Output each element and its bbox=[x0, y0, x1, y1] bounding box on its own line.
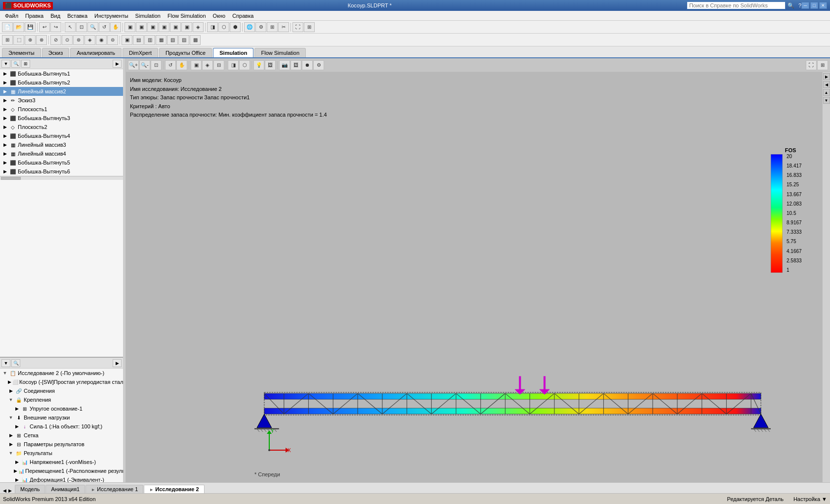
tree-item-soedineniya[interactable]: ▶ 🔗 Соединения bbox=[0, 386, 123, 395]
section-view[interactable]: ✂ bbox=[278, 22, 289, 32]
tree-item-sila1[interactable]: ▶ ↓ Сила-1 (:На объект: 100 kgf;) bbox=[0, 422, 123, 431]
tree-item-deformaciya[interactable]: ▶ 📊 Деформация1 (-Эквивалент-) bbox=[0, 475, 123, 482]
display-wireframe[interactable]: ⬡ bbox=[218, 22, 229, 32]
t2-btn12[interactable]: ▤ bbox=[133, 35, 144, 45]
btree-search-btn[interactable]: 🔍 bbox=[11, 359, 20, 367]
expand-material[interactable]: ▶ bbox=[8, 379, 11, 385]
close-button[interactable]: ✕ bbox=[819, 2, 827, 9]
open-button[interactable]: 📂 bbox=[13, 22, 24, 32]
expand-soedineniya[interactable]: ▶ bbox=[8, 388, 14, 394]
expand-bobyshka2[interactable]: ▶ bbox=[2, 80, 8, 85]
tree-item-bobyshka4[interactable]: ▶ ⬛ Бобышка-Вытянуть4 bbox=[0, 131, 123, 140]
btree-filter-btn[interactable]: ▼ bbox=[1, 359, 10, 367]
expand-deformaciya[interactable]: ▶ bbox=[14, 477, 20, 482]
expand-params[interactable]: ▶ bbox=[8, 441, 14, 447]
bottom-tab-animaciya[interactable]: Анимация1 bbox=[45, 485, 85, 493]
select-button[interactable]: ↖ bbox=[65, 22, 76, 32]
tree-item-linmassiv3[interactable]: ▶ ▦ Линейный массив3 bbox=[0, 140, 123, 149]
tree-filter-btn[interactable]: ▼ bbox=[1, 60, 10, 68]
tree-item-linmassiv2[interactable]: ▶ ▦ Линейный массив2 bbox=[0, 87, 123, 96]
bottom-tab-study1[interactable]: ► Исследование 1 bbox=[85, 485, 143, 493]
right-btn1[interactable]: ▶ bbox=[823, 73, 830, 80]
t2-btn9[interactable]: ◉ bbox=[96, 35, 107, 45]
expand-view[interactable]: ⛶ bbox=[292, 22, 303, 32]
tree-item-setka[interactable]: ▶ ⊞ Сетка bbox=[0, 431, 123, 440]
pan-button[interactable]: ✋ bbox=[110, 22, 121, 32]
redo-button[interactable]: ↪ bbox=[50, 22, 61, 32]
tree-item-material[interactable]: ▶ ⬜ Косоур (-[SW]Простая углеродистая ст… bbox=[0, 378, 123, 386]
tree-item-params[interactable]: ▶ ⊟ Параметры результатов bbox=[0, 440, 123, 449]
vp-display-shaded[interactable]: ◨ bbox=[228, 60, 239, 70]
view-bottom[interactable]: ▣ bbox=[181, 22, 192, 32]
menu-view[interactable]: Вид bbox=[47, 12, 63, 20]
t2-btn13[interactable]: ▥ bbox=[144, 35, 155, 45]
expand-eskiz3[interactable]: ▶ bbox=[2, 97, 8, 103]
vp-split[interactable]: ⊞ bbox=[817, 60, 828, 70]
t2-btn17[interactable]: ▩ bbox=[190, 35, 201, 45]
vp-lights[interactable]: 💡 bbox=[253, 60, 264, 70]
help-search-input[interactable] bbox=[687, 1, 786, 9]
t2-btn3[interactable]: ⊕ bbox=[25, 35, 36, 45]
tree-item-linmassiv4[interactable]: ▶ ▦ Линейный массив4 bbox=[0, 149, 123, 158]
vp-display-wire[interactable]: ⬡ bbox=[239, 60, 250, 70]
t2-btn11[interactable]: ▣ bbox=[122, 35, 132, 45]
right-btn4[interactable]: ▼ bbox=[823, 97, 830, 104]
expand-krepleniya[interactable]: ▼ bbox=[8, 397, 14, 403]
expand-vneshnie[interactable]: ▼ bbox=[8, 415, 14, 420]
tab-analizirovaty[interactable]: Анализировать bbox=[70, 48, 122, 57]
3d-viewport[interactable]: 🔍+ 🔍- ⊡ ↺ ✋ ▣ ◈ ⊟ ◨ ⬡ 💡 🖼 📷 🖼 ⏺ ⚙ ⛶ ⊞ bbox=[126, 58, 830, 482]
apply-scene[interactable]: 🌐 bbox=[244, 22, 255, 32]
t2-btn2[interactable]: ⬚ bbox=[13, 35, 24, 45]
display-shaded[interactable]: ◨ bbox=[207, 22, 218, 32]
t2-btn15[interactable]: ▧ bbox=[167, 35, 178, 45]
view-top[interactable]: ▣ bbox=[170, 22, 181, 32]
tree-scroll-right[interactable]: ▶ bbox=[113, 60, 122, 68]
tree-item-bobyshka1[interactable]: ▶ ⬛ Бобышка-Вытянуть1 bbox=[0, 69, 123, 78]
tree-item-eskiz3[interactable]: ▶ ✏ Эскиз3 bbox=[0, 96, 123, 105]
menu-insert[interactable]: Вставка bbox=[64, 12, 90, 20]
menu-help[interactable]: Справка bbox=[229, 12, 256, 20]
model-tree[interactable]: ▼ 🔍 ⊞ ▶ ▶ ⬛ Бобышка-Вытянуть1 ▶ ⬛ Бобышк… bbox=[0, 58, 123, 358]
tab-elementy[interactable]: Элементы bbox=[2, 48, 41, 57]
vp-record[interactable]: ⏺ bbox=[302, 60, 313, 70]
t2-btn8[interactable]: ◈ bbox=[84, 35, 95, 45]
undo-button[interactable]: ↩ bbox=[39, 22, 50, 32]
expand-study2[interactable]: ▼ bbox=[2, 370, 8, 376]
tree-search-btn[interactable]: 🔍 bbox=[11, 60, 20, 68]
minimize-button[interactable]: ─ bbox=[801, 2, 809, 9]
view-settings[interactable]: ⚙ bbox=[255, 22, 266, 32]
simulation-tree[interactable]: ▼ 📋 Исследование 2 (-По умолчанию-) ▶ ⬜ … bbox=[0, 369, 123, 482]
expand-rezultaty[interactable]: ▼ bbox=[8, 450, 14, 456]
vp-view-section[interactable]: ⊟ bbox=[213, 60, 224, 70]
new-button[interactable]: 📄 bbox=[2, 22, 13, 32]
save-button[interactable]: 💾 bbox=[25, 22, 36, 32]
tree-item-ploskost2[interactable]: ▶ ◇ Плоскость2 bbox=[0, 123, 123, 131]
view-back[interactable]: ▣ bbox=[136, 22, 147, 32]
vp-background[interactable]: 🖼 bbox=[265, 60, 276, 70]
expand-linmassiv3[interactable]: ▶ bbox=[2, 142, 8, 148]
expand-peremeshenie[interactable]: ▶ bbox=[14, 468, 17, 474]
tree-item-rezultaty[interactable]: ▼ 📁 Результаты bbox=[0, 449, 123, 458]
vp-view-front[interactable]: ▣ bbox=[191, 60, 202, 70]
expand-bobyshka6[interactable]: ▶ bbox=[2, 168, 8, 174]
tree-item-study2[interactable]: ▼ 📋 Исследование 2 (-По умолчанию-) bbox=[0, 369, 123, 378]
tab-office[interactable]: Продукты Office bbox=[159, 48, 212, 57]
expand-ploskost2[interactable]: ▶ bbox=[2, 124, 8, 130]
expand-bobyshka3[interactable]: ▶ bbox=[2, 115, 8, 121]
vp-zoom-fit[interactable]: ⊡ bbox=[151, 60, 162, 70]
tile-view[interactable]: ⊞ bbox=[304, 22, 315, 32]
search-icon[interactable]: 🔍 bbox=[788, 2, 794, 9]
expand-setka[interactable]: ▶ bbox=[8, 432, 14, 438]
expand-bobyshka5[interactable]: ▶ bbox=[2, 160, 8, 166]
vp-pan[interactable]: ✋ bbox=[176, 60, 187, 70]
expand-sila1[interactable]: ▶ bbox=[14, 423, 20, 429]
tree-item-krepleniya[interactable]: ▼ 🔒 Крепления bbox=[0, 395, 123, 404]
maximize-button[interactable]: □ bbox=[810, 2, 818, 9]
vp-settings[interactable]: ⚙ bbox=[313, 60, 324, 70]
vp-rotate[interactable]: ↺ bbox=[165, 60, 176, 70]
vp-render[interactable]: 📷 bbox=[279, 60, 290, 70]
rotate-button[interactable]: ↺ bbox=[99, 22, 110, 32]
menu-edit[interactable]: Правка bbox=[22, 12, 46, 20]
render-tool[interactable]: ⊞ bbox=[267, 22, 278, 32]
menu-file[interactable]: Файл bbox=[2, 12, 21, 20]
